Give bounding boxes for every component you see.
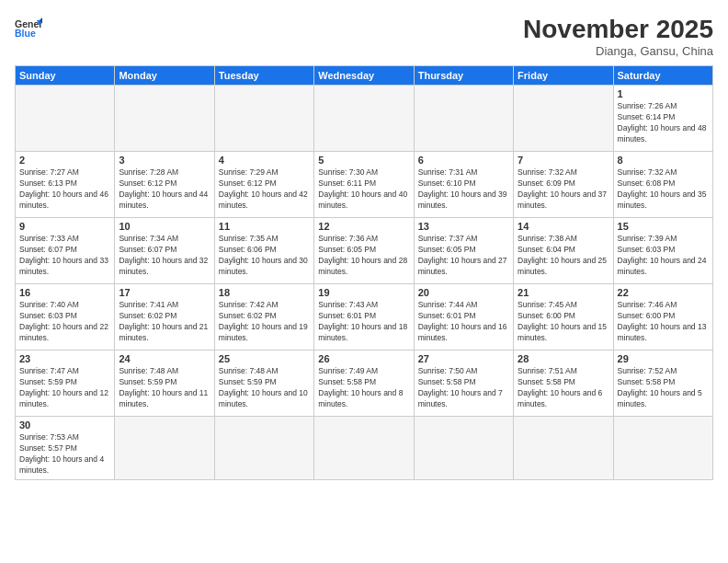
table-row: 24Sunrise: 7:48 AM Sunset: 5:59 PM Dayli…: [115, 350, 214, 417]
table-row: 18Sunrise: 7:42 AM Sunset: 6:02 PM Dayli…: [214, 284, 313, 350]
day-number: 6: [418, 155, 509, 166]
day-info: Sunrise: 7:38 AM Sunset: 6:04 PM Dayligh…: [518, 234, 609, 278]
table-row: [514, 86, 613, 152]
table-row: 9Sunrise: 7:33 AM Sunset: 6:07 PM Daylig…: [16, 218, 115, 284]
table-row: 8Sunrise: 7:32 AM Sunset: 6:08 PM Daylig…: [613, 152, 712, 218]
table-row: [214, 86, 313, 152]
table-row: 23Sunrise: 7:47 AM Sunset: 5:59 PM Dayli…: [16, 350, 115, 417]
day-number: 14: [518, 221, 609, 232]
day-number: 3: [119, 155, 210, 166]
table-row: [414, 86, 513, 152]
table-row: 7Sunrise: 7:32 AM Sunset: 6:09 PM Daylig…: [514, 152, 613, 218]
header-thursday: Thursday: [414, 66, 513, 86]
table-row: 3Sunrise: 7:28 AM Sunset: 6:12 PM Daylig…: [115, 152, 214, 218]
table-row: 4Sunrise: 7:29 AM Sunset: 6:12 PM Daylig…: [214, 152, 313, 218]
table-row: 1Sunrise: 7:26 AM Sunset: 6:14 PM Daylig…: [613, 86, 712, 152]
day-info: Sunrise: 7:26 AM Sunset: 6:14 PM Dayligh…: [618, 101, 709, 145]
day-info: Sunrise: 7:49 AM Sunset: 5:58 PM Dayligh…: [318, 366, 409, 410]
day-number: 4: [219, 155, 310, 166]
day-info: Sunrise: 7:34 AM Sunset: 6:07 PM Dayligh…: [119, 234, 210, 278]
day-info: Sunrise: 7:31 AM Sunset: 6:10 PM Dayligh…: [418, 167, 509, 212]
day-info: Sunrise: 7:48 AM Sunset: 5:59 PM Dayligh…: [119, 366, 210, 410]
day-info: Sunrise: 7:32 AM Sunset: 6:08 PM Dayligh…: [618, 167, 709, 212]
table-row: 25Sunrise: 7:48 AM Sunset: 5:59 PM Dayli…: [214, 350, 313, 417]
day-info: Sunrise: 7:47 AM Sunset: 5:59 PM Dayligh…: [19, 366, 110, 410]
table-row: [115, 417, 214, 480]
day-number: 1: [618, 88, 709, 99]
day-info: Sunrise: 7:39 AM Sunset: 6:03 PM Dayligh…: [618, 234, 709, 278]
day-info: Sunrise: 7:46 AM Sunset: 6:00 PM Dayligh…: [618, 300, 709, 344]
table-row: [115, 86, 214, 152]
day-info: Sunrise: 7:48 AM Sunset: 5:59 PM Dayligh…: [219, 366, 310, 410]
day-number: 27: [418, 353, 509, 364]
day-number: 24: [119, 353, 210, 364]
table-row: [314, 86, 414, 152]
header-tuesday: Tuesday: [214, 66, 313, 86]
day-number: 25: [219, 353, 310, 364]
day-info: Sunrise: 7:43 AM Sunset: 6:01 PM Dayligh…: [318, 300, 409, 344]
day-info: Sunrise: 7:45 AM Sunset: 6:00 PM Dayligh…: [518, 300, 609, 344]
logo-icon: General Blue: [15, 15, 42, 42]
day-number: 9: [19, 221, 110, 232]
logo: General Blue: [15, 15, 42, 42]
day-info: Sunrise: 7:44 AM Sunset: 6:01 PM Dayligh…: [418, 300, 509, 344]
day-number: 30: [19, 419, 110, 431]
day-number: 22: [618, 287, 709, 298]
page: General Blue November 2025 Dianga, Gansu…: [0, 0, 728, 563]
table-row: 26Sunrise: 7:49 AM Sunset: 5:58 PM Dayli…: [314, 350, 414, 417]
header-monday: Monday: [115, 66, 214, 86]
day-number: 18: [219, 287, 310, 298]
day-number: 7: [518, 155, 609, 166]
day-info: Sunrise: 7:40 AM Sunset: 6:03 PM Dayligh…: [19, 300, 110, 344]
day-info: Sunrise: 7:35 AM Sunset: 6:06 PM Dayligh…: [219, 234, 310, 278]
day-info: Sunrise: 7:30 AM Sunset: 6:11 PM Dayligh…: [318, 167, 409, 212]
header-sunday: Sunday: [16, 66, 115, 86]
table-row: 29Sunrise: 7:52 AM Sunset: 5:58 PM Dayli…: [613, 350, 712, 417]
day-number: 26: [318, 353, 409, 364]
subtitle: Dianga, Gansu, China: [523, 44, 713, 58]
day-info: Sunrise: 7:51 AM Sunset: 5:58 PM Dayligh…: [518, 366, 609, 410]
table-row: [613, 417, 712, 480]
day-number: 15: [618, 221, 709, 232]
table-row: 21Sunrise: 7:45 AM Sunset: 6:00 PM Dayli…: [514, 284, 613, 350]
svg-text:Blue: Blue: [15, 28, 36, 39]
day-number: 11: [219, 221, 310, 232]
table-row: [214, 417, 313, 480]
day-number: 13: [418, 221, 509, 232]
day-number: 21: [518, 287, 609, 298]
table-row: [16, 86, 115, 152]
table-row: 10Sunrise: 7:34 AM Sunset: 6:07 PM Dayli…: [115, 218, 214, 284]
day-number: 16: [19, 287, 110, 298]
day-number: 5: [318, 155, 409, 166]
table-row: 12Sunrise: 7:36 AM Sunset: 6:05 PM Dayli…: [314, 218, 414, 284]
table-row: [414, 417, 513, 480]
calendar: Sunday Monday Tuesday Wednesday Thursday…: [15, 65, 713, 480]
day-info: Sunrise: 7:36 AM Sunset: 6:05 PM Dayligh…: [318, 234, 409, 278]
table-row: 6Sunrise: 7:31 AM Sunset: 6:10 PM Daylig…: [414, 152, 513, 218]
day-info: Sunrise: 7:42 AM Sunset: 6:02 PM Dayligh…: [219, 300, 310, 344]
day-info: Sunrise: 7:50 AM Sunset: 5:58 PM Dayligh…: [418, 366, 509, 410]
table-row: 28Sunrise: 7:51 AM Sunset: 5:58 PM Dayli…: [514, 350, 613, 417]
day-number: 20: [418, 287, 509, 298]
day-number: 29: [618, 353, 709, 364]
day-info: Sunrise: 7:27 AM Sunset: 6:13 PM Dayligh…: [19, 167, 110, 212]
table-row: 5Sunrise: 7:30 AM Sunset: 6:11 PM Daylig…: [314, 152, 414, 218]
day-number: 12: [318, 221, 409, 232]
day-info: Sunrise: 7:37 AM Sunset: 6:05 PM Dayligh…: [418, 234, 509, 278]
table-row: 20Sunrise: 7:44 AM Sunset: 6:01 PM Dayli…: [414, 284, 513, 350]
month-title: November 2025: [523, 15, 713, 44]
day-number: 10: [119, 221, 210, 232]
day-info: Sunrise: 7:52 AM Sunset: 5:58 PM Dayligh…: [618, 366, 709, 410]
table-row: 11Sunrise: 7:35 AM Sunset: 6:06 PM Dayli…: [214, 218, 313, 284]
table-row: 16Sunrise: 7:40 AM Sunset: 6:03 PM Dayli…: [16, 284, 115, 350]
header-friday: Friday: [514, 66, 613, 86]
table-row: [314, 417, 414, 480]
day-number: 2: [19, 155, 110, 166]
header-saturday: Saturday: [613, 66, 712, 86]
day-number: 8: [618, 155, 709, 166]
day-number: 17: [119, 287, 210, 298]
day-info: Sunrise: 7:53 AM Sunset: 5:57 PM Dayligh…: [19, 432, 110, 477]
table-row: [514, 417, 613, 480]
table-row: 30Sunrise: 7:53 AM Sunset: 5:57 PM Dayli…: [16, 417, 115, 480]
table-row: 15Sunrise: 7:39 AM Sunset: 6:03 PM Dayli…: [613, 218, 712, 284]
